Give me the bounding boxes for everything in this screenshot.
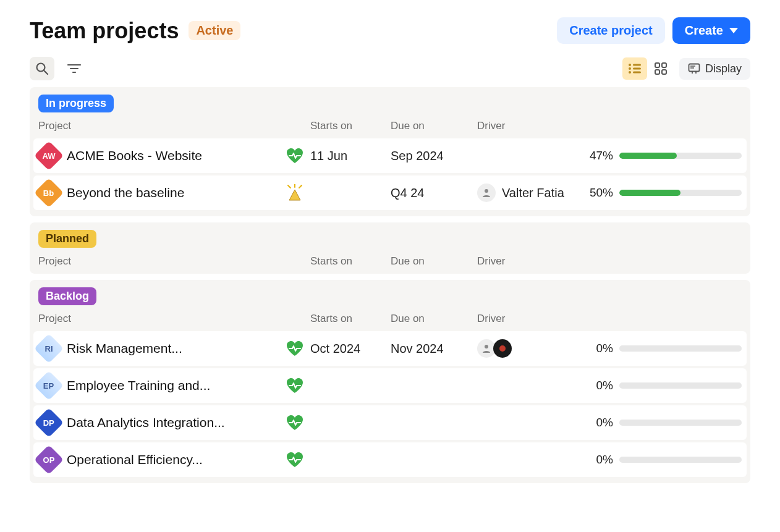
- progress-bar: [619, 457, 742, 463]
- col-due-on: Due on: [391, 255, 477, 268]
- page-title: Team projects: [30, 18, 179, 44]
- create-button-label: Create: [685, 23, 723, 38]
- list-view-button[interactable]: [622, 57, 647, 80]
- health-cell: [279, 415, 310, 431]
- project-icon: RI: [34, 334, 64, 363]
- search-button[interactable]: [30, 57, 54, 80]
- avatar: [477, 184, 496, 202]
- project-icon-text: EP: [43, 381, 54, 391]
- project-cell: AWACME Books - Website: [38, 145, 279, 166]
- avatar-stack: [477, 184, 496, 202]
- due-on-cell: Q4 24: [391, 186, 477, 200]
- col-due-on: Due on: [391, 120, 477, 132]
- chevron-down-icon: [729, 28, 738, 33]
- col-due-on: Due on: [391, 313, 477, 325]
- view-toggle: [621, 56, 674, 81]
- project-name: Employee Training and...: [67, 378, 210, 393]
- svg-line-20: [288, 185, 290, 188]
- section-header: Backlog: [30, 280, 750, 308]
- display-button[interactable]: Display: [679, 58, 750, 80]
- project-cell: EPEmployee Training and...: [38, 375, 279, 396]
- project-name: Data Analytics Integration...: [67, 415, 225, 430]
- percent-label: 0%: [582, 453, 619, 467]
- col-project: Project: [38, 313, 310, 325]
- list-icon: [628, 63, 642, 74]
- grid-view-button[interactable]: [648, 57, 673, 80]
- starts-on-cell: Oct 2024: [310, 342, 391, 356]
- percent-label: 0%: [582, 416, 619, 429]
- filter-button[interactable]: [62, 57, 87, 80]
- svg-point-25: [499, 345, 506, 352]
- progress-bar: [619, 190, 742, 196]
- project-cell: OPOperational Efficiency...: [38, 449, 279, 470]
- svg-rect-14: [662, 70, 666, 74]
- section-backlog: BacklogProjectStarts onDue onDriverRIRis…: [30, 280, 750, 483]
- section-header: Planned: [30, 222, 750, 250]
- svg-point-5: [629, 64, 631, 66]
- project-row[interactable]: RIRisk Management...Oct 2024Nov 20240%: [33, 331, 747, 366]
- heart-icon: [286, 378, 304, 394]
- project-name: Risk Management...: [67, 341, 182, 356]
- svg-point-7: [629, 67, 631, 70]
- percent-label: 0%: [582, 379, 619, 392]
- display-label: Display: [705, 62, 742, 75]
- toolbar-left: [30, 57, 87, 80]
- toolbar: Display: [30, 56, 750, 81]
- svg-line-22: [299, 185, 302, 188]
- col-starts-on: Starts on: [310, 313, 391, 325]
- progress-bar: [619, 382, 742, 389]
- project-icon: Bb: [34, 178, 64, 208]
- project-name: Operational Efficiency...: [67, 452, 203, 467]
- filter-icon: [67, 63, 82, 74]
- project-row[interactable]: DPData Analytics Integration...0%: [33, 405, 747, 440]
- project-icon-text: OP: [43, 455, 55, 464]
- svg-point-9: [629, 71, 631, 74]
- project-row[interactable]: BbBeyond the baselineQ4 24Valter Fatia50…: [33, 175, 747, 210]
- health-cell: [279, 340, 310, 357]
- project-row[interactable]: AWACME Books - Website11 JunSep 202447%: [33, 138, 747, 173]
- section-pill: Backlog: [38, 287, 96, 305]
- col-project: Project: [38, 255, 310, 268]
- svg-rect-8: [633, 68, 641, 70]
- section-pill: In progress: [38, 95, 114, 112]
- col-starts-on: Starts on: [310, 255, 391, 268]
- project-icon: DP: [34, 408, 64, 437]
- column-headers: ProjectStarts onDue onDriver: [30, 115, 750, 138]
- driver-cell: Valter Fatia: [477, 184, 582, 202]
- heart-icon: [286, 452, 304, 468]
- project-icon-text: AW: [43, 151, 56, 160]
- project-icon-text: DP: [43, 418, 54, 428]
- driver-name: Valter Fatia: [502, 186, 564, 200]
- svg-rect-12: [662, 63, 666, 67]
- col-starts-on: Starts on: [310, 120, 391, 132]
- display-icon: [688, 63, 700, 74]
- project-cell: DPData Analytics Integration...: [38, 412, 279, 433]
- section-in_progress: In progressProjectStarts onDue onDriverA…: [30, 87, 750, 216]
- project-name: Beyond the baseline: [67, 185, 184, 200]
- due-on-cell: Nov 2024: [391, 342, 477, 356]
- section-header: In progress: [30, 87, 750, 115]
- create-button[interactable]: Create: [672, 17, 750, 44]
- svg-rect-13: [655, 70, 659, 74]
- driver-cell: [477, 339, 582, 358]
- project-icon-text: Bb: [43, 188, 54, 198]
- warning-icon: [286, 184, 304, 201]
- column-headers: ProjectStarts onDue onDriver: [30, 308, 750, 331]
- create-project-button[interactable]: Create project: [557, 17, 665, 44]
- header-left: Team projects Active: [30, 18, 240, 44]
- project-icon: AW: [34, 141, 64, 171]
- heart-icon: [286, 340, 304, 357]
- page-header: Team projects Active Create project Crea…: [30, 17, 750, 44]
- search-icon: [35, 61, 49, 76]
- svg-point-23: [485, 189, 488, 193]
- avatar: [493, 339, 512, 358]
- project-row[interactable]: OPOperational Efficiency...0%: [33, 442, 747, 477]
- grid-icon: [655, 62, 667, 75]
- section-rows: AWACME Books - Website11 JunSep 202447%B…: [30, 138, 750, 216]
- project-row[interactable]: EPEmployee Training and...0%: [33, 368, 747, 403]
- col-driver: Driver: [477, 313, 582, 325]
- progress-bar: [619, 345, 742, 352]
- heart-icon: [286, 415, 304, 431]
- svg-point-24: [485, 345, 488, 348]
- col-project: Project: [38, 120, 310, 132]
